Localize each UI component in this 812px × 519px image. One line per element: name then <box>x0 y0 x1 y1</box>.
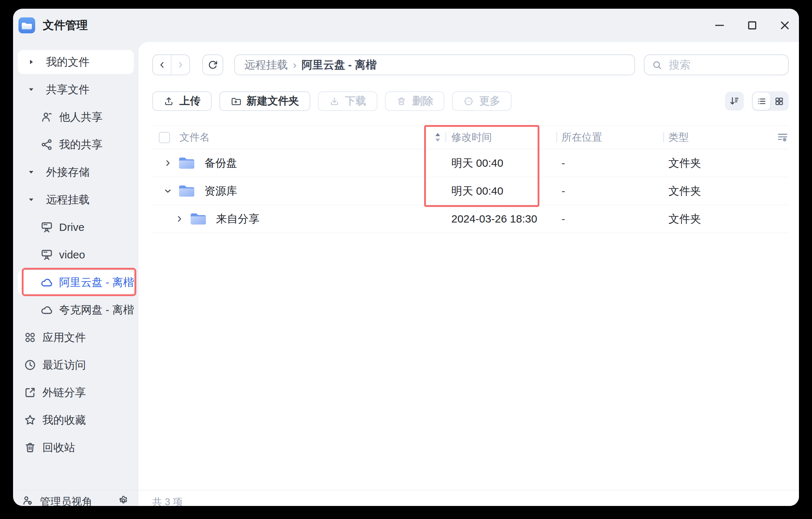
forward-button[interactable] <box>171 55 189 75</box>
window-controls <box>713 19 799 32</box>
refresh-button[interactable] <box>202 54 223 75</box>
sidebar-item-quark-drive[interactable]: 夸克网盘 - 离楷 <box>18 298 134 322</box>
file-location: - <box>556 213 663 225</box>
apps-icon <box>24 331 37 344</box>
new-folder-button[interactable]: 新建文件夹 <box>219 91 310 111</box>
item-count-status: 共 3 项 <box>138 490 799 506</box>
button-label: 新建文件夹 <box>246 94 299 108</box>
sidebar-item-app-files[interactable]: 应用文件 <box>18 325 134 349</box>
header-modified-time[interactable]: 修改时间 <box>428 130 556 144</box>
file-name[interactable]: 备份盘 <box>204 156 237 171</box>
sidebar-item-favorites[interactable]: 我的收藏 <box>18 408 134 432</box>
back-button[interactable] <box>153 55 171 75</box>
table-row-from-share[interactable]: 来自分享 2024-03-26 18:30 - 文件夹 <box>152 205 789 233</box>
file-type: 文件夹 <box>663 156 776 171</box>
sidebar-item-external-storage[interactable]: 外接存储 <box>18 160 134 184</box>
collapse-chevron-down-icon[interactable] <box>163 186 173 196</box>
file-name[interactable]: 来自分享 <box>216 212 260 227</box>
cloud-icon <box>40 303 53 316</box>
sidebar-item-shared-by-others[interactable]: 他人共享 <box>18 105 134 129</box>
grid-view-button[interactable] <box>770 92 788 110</box>
sidebar-item-label: 回收站 <box>42 440 75 455</box>
expand-chevron-right-icon[interactable] <box>175 214 184 224</box>
table-row-backup-disk[interactable]: 备份盘 明天 00:40 - 文件夹 <box>152 149 789 177</box>
sidebar-item-external-links[interactable]: 外链分享 <box>18 381 134 404</box>
sidebar-item-aliyun-drive[interactable]: 阿里云盘 - 离楷 <box>18 270 134 294</box>
sidebar-item-label: 夸克网盘 - 离楷 <box>59 303 134 317</box>
sort-arrows-icon[interactable] <box>435 133 440 142</box>
breadcrumb-parent[interactable]: 远程挂载 <box>244 58 288 72</box>
star-icon <box>24 414 37 427</box>
admin-view-switcher[interactable]: 管理员视角 <box>13 490 138 506</box>
folder-icon <box>190 212 207 226</box>
sidebar: 我的文件 共享文件 他人共享 我的共享 外接存储 远程挂载 <box>13 42 138 506</box>
caret-right-icon <box>27 58 35 66</box>
file-location: - <box>556 185 663 197</box>
expand-chevron-right-icon[interactable] <box>163 158 173 168</box>
list-view-icon <box>757 96 767 106</box>
button-label: 上传 <box>179 94 200 108</box>
file-type: 文件夹 <box>663 212 776 227</box>
breadcrumb-separator: › <box>293 59 297 71</box>
select-all-checkbox[interactable] <box>159 132 170 143</box>
button-label: 下载 <box>345 94 366 108</box>
sidebar-item-label: 我的共享 <box>59 137 103 152</box>
column-divider <box>556 132 557 142</box>
sidebar-item-recycle-bin[interactable]: 回收站 <box>18 436 134 460</box>
column-label: 修改时间 <box>451 130 492 144</box>
sidebar-item-label: Drive <box>59 221 84 233</box>
table-row-resource-library[interactable]: 资源库 明天 00:40 - 文件夹 <box>152 177 789 205</box>
close-button[interactable] <box>779 19 791 32</box>
header-location[interactable]: 所在位置 <box>556 130 663 144</box>
admin-view-label: 管理员视角 <box>40 495 92 506</box>
sidebar-item-remote-mount[interactable]: 远程挂载 <box>18 188 134 212</box>
history-nav-group <box>152 54 190 75</box>
more-circle-icon <box>463 96 474 107</box>
button-label: 删除 <box>412 94 433 108</box>
file-name[interactable]: 资源库 <box>204 184 237 199</box>
trash-icon <box>24 441 37 454</box>
column-label: 文件名 <box>179 130 210 144</box>
header-file-name[interactable]: 文件名 <box>152 130 428 144</box>
column-settings-button[interactable] <box>776 131 789 144</box>
grid-view-icon <box>774 96 784 106</box>
sidebar-item-recent[interactable]: 最近访问 <box>18 353 134 377</box>
sidebar-item-drive[interactable]: Drive <box>18 215 134 239</box>
minimize-button[interactable] <box>713 19 726 32</box>
maximize-button[interactable] <box>746 19 758 32</box>
search-icon <box>652 60 662 70</box>
cloud-icon <box>40 276 53 289</box>
sidebar-item-video[interactable]: video <box>18 243 134 267</box>
sidebar-item-label: 阿里云盘 - 离楷 <box>59 275 134 290</box>
sidebar-item-label: 共享文件 <box>46 82 90 97</box>
sort-button[interactable] <box>725 92 744 111</box>
sidebar-item-label: 远程挂载 <box>46 192 90 207</box>
breadcrumb[interactable]: 远程挂载 › 阿里云盘 - 离楷 <box>234 54 635 75</box>
sidebar-item-shared-files[interactable]: 共享文件 <box>18 78 134 101</box>
upload-button[interactable]: 上传 <box>152 91 212 111</box>
search-input[interactable] <box>668 58 781 71</box>
folder-plus-icon <box>231 96 241 107</box>
settings-gear-button[interactable] <box>118 495 129 506</box>
sidebar-item-label: 我的收藏 <box>42 413 86 428</box>
sidebar-item-my-files[interactable]: 我的文件 <box>18 50 134 74</box>
caret-down-icon <box>27 196 35 204</box>
download-button[interactable]: 下载 <box>318 91 377 111</box>
toolbar: 上传 新建文件夹 下载 删除 更多 <box>152 91 789 111</box>
header-type[interactable]: 类型 <box>663 130 776 144</box>
more-button[interactable]: 更多 <box>452 91 511 111</box>
search-box[interactable] <box>644 54 789 75</box>
list-view-button[interactable] <box>753 92 770 110</box>
share-nodes-icon <box>40 138 53 151</box>
view-mode-toggle <box>752 91 789 111</box>
folder-icon <box>178 184 195 198</box>
breadcrumb-current: 阿里云盘 - 离楷 <box>302 58 377 72</box>
file-location: - <box>556 157 663 169</box>
column-divider <box>446 132 446 142</box>
column-label: 所在位置 <box>562 130 602 144</box>
delete-button[interactable]: 删除 <box>385 91 444 111</box>
column-divider <box>663 132 664 142</box>
sidebar-item-my-shares[interactable]: 我的共享 <box>18 133 134 157</box>
modified-time: 明天 00:40 <box>428 156 556 171</box>
sort-descending-icon <box>729 96 740 107</box>
